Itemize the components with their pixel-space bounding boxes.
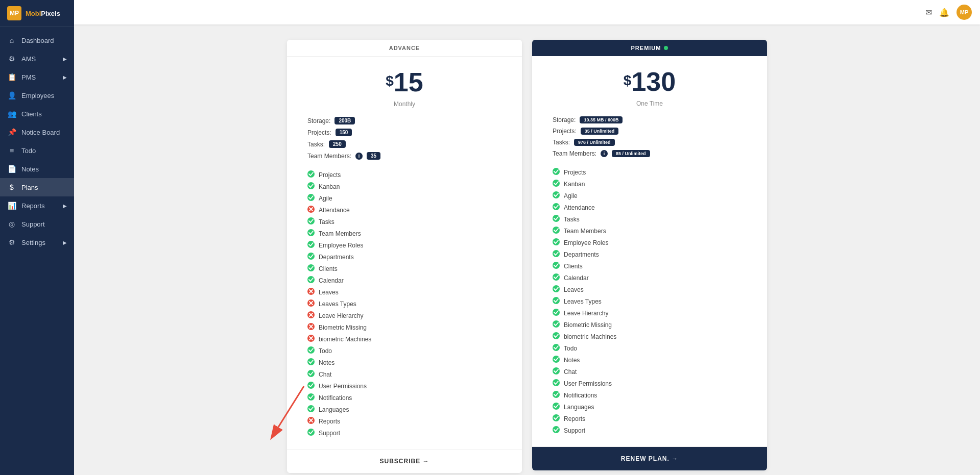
renew-button[interactable]: RENEW PLAN. →: [532, 447, 767, 470]
avatar[interactable]: MP: [957, 5, 972, 20]
plan-footer-premium: RENEW PLAN. →: [532, 446, 767, 470]
feature-label: Kanban: [564, 181, 585, 188]
feature-label: Languages: [564, 404, 594, 411]
svg-point-39: [553, 191, 560, 198]
stat-badge: 10.35 MB / 600B: [580, 116, 623, 123]
stat-badge: 976 / Unlimited: [574, 139, 615, 146]
sidebar-label-settings: Settings: [21, 239, 45, 246]
check-icon: [553, 367, 560, 376]
sidebar-item-dashboard[interactable]: ⌂ Dashboard: [0, 31, 74, 49]
feature-item: Todo: [553, 342, 747, 354]
check-icon: [553, 426, 560, 435]
feature-label: Reports: [319, 418, 340, 425]
plan-card-advance: ADVANCE$ 15Monthly Storage: 200B Project…: [287, 40, 522, 473]
sidebar-item-clients[interactable]: 👥 Clients: [0, 105, 74, 123]
mail-icon[interactable]: ✉: [925, 8, 932, 17]
feature-label: Projects: [564, 169, 586, 176]
check-icon: [553, 215, 560, 223]
check-icon: [553, 332, 560, 341]
check-icon: [553, 297, 560, 306]
svg-point-31: [307, 393, 315, 401]
svg-point-6: [307, 217, 315, 224]
svg-point-2: [307, 194, 315, 201]
sidebar-item-ams[interactable]: ⚙ AMS ▶: [0, 49, 74, 68]
svg-point-56: [553, 391, 560, 398]
check-icon: [307, 405, 315, 414]
feature-item: Todo: [307, 345, 501, 357]
check-icon: [307, 182, 315, 191]
ams-icon: ⚙: [7, 55, 16, 63]
feature-label: Biometric Missing: [564, 321, 612, 329]
plan-header-premium: PREMIUM: [532, 40, 767, 56]
svg-point-40: [553, 203, 560, 210]
sidebar-item-pms[interactable]: 📋 PMS ▶: [0, 68, 74, 86]
header-right: ✉ 🔔 MP: [925, 5, 972, 20]
feature-item: Agile: [553, 190, 747, 202]
feature-item: Chat: [553, 366, 747, 378]
check-icon: [553, 344, 560, 353]
feature-label: Notes: [319, 359, 334, 366]
sidebar-item-settings[interactable]: ⚙ Settings ▶: [0, 233, 74, 252]
feature-label: Projects: [319, 171, 341, 179]
dollar-sign-premium: $: [624, 72, 632, 89]
stat-label: Storage:: [553, 116, 576, 123]
bell-icon[interactable]: 🔔: [939, 8, 949, 17]
stat-row: Tasks: 976 / Unlimited: [553, 139, 747, 146]
sidebar-label-support: Support: [21, 220, 45, 228]
feature-item: Attendance: [553, 202, 747, 213]
check-icon: [553, 227, 560, 235]
feature-item: Team Members: [307, 228, 501, 239]
plan-price-advance: $ 15: [307, 67, 501, 97]
sidebar-item-reports[interactable]: 📊 Reports ▶: [0, 196, 74, 215]
check-icon: [307, 229, 315, 238]
sidebar-item-support[interactable]: ◎ Support: [0, 215, 74, 233]
check-icon: [553, 203, 560, 212]
stat-row: Team Members: i 35: [307, 152, 501, 160]
sidebar-item-employees[interactable]: 👤 Employees: [0, 86, 74, 105]
feature-item: biometric Machines: [307, 333, 501, 345]
settings-icon: ⚙: [7, 238, 16, 246]
feature-label: Notifications: [564, 392, 597, 399]
plan-price-premium: $ 130: [553, 66, 747, 97]
subscribe-button[interactable]: SUBSCRIBE →: [287, 449, 522, 473]
stat-badge: 200B: [334, 117, 355, 124]
feature-item: Kanban: [553, 178, 747, 190]
sidebar: MP MobiPixels ⌂ Dashboard ⚙ AMS ▶ 📋 PMS …: [0, 0, 74, 475]
stat-row: Team Members: i 85 / Unlimited: [553, 150, 747, 157]
feature-label: Attendance: [564, 204, 595, 211]
feature-item: Leaves: [553, 284, 747, 295]
stat-label: Tasks:: [553, 139, 570, 146]
svg-point-42: [553, 227, 560, 234]
check-icon: [307, 264, 315, 273]
sidebar-label-ams: AMS: [21, 55, 36, 63]
sidebar-nav: ⌂ Dashboard ⚙ AMS ▶ 📋 PMS ▶ 👤 Employees …: [0, 27, 74, 465]
content-area: ADVANCE$ 15Monthly Storage: 200B Project…: [74, 24, 980, 475]
svg-point-55: [553, 379, 560, 386]
plan-period-premium: One Time: [553, 100, 747, 107]
feature-label: Leaves Types: [319, 301, 356, 308]
feature-item: Agile: [307, 192, 501, 204]
feature-item: Tasks: [307, 216, 501, 228]
svg-point-9: [307, 253, 315, 260]
sidebar-item-plans[interactable]: $ Plans: [0, 178, 74, 196]
svg-point-54: [553, 367, 560, 374]
feature-label: Leave Hierarchy: [564, 310, 608, 317]
check-icon: [553, 356, 560, 364]
cross-icon: [307, 335, 315, 343]
feature-label: Todo: [564, 345, 577, 352]
clients-icon: 👥: [7, 110, 16, 118]
feature-label: Attendance: [319, 207, 350, 214]
check-icon: [307, 217, 315, 226]
stat-label: Team Members:: [307, 153, 351, 160]
feature-label: User Permissions: [564, 380, 612, 387]
employees-icon: 👤: [7, 91, 16, 99]
sidebar-item-notes[interactable]: 📄 Notes: [0, 160, 74, 178]
logo-icon: MP: [7, 6, 21, 20]
stat-label: Team Members:: [553, 150, 596, 157]
plan-stats-advance: Storage: 200B Projects: 150 Tasks: 250 T…: [307, 117, 501, 160]
feature-item: Languages: [553, 401, 747, 413]
sidebar-item-todo[interactable]: ≡ Todo: [0, 141, 74, 160]
sidebar-item-notice-board[interactable]: 📌 Notice Board: [0, 123, 74, 141]
svg-point-44: [553, 250, 560, 257]
cross-icon: [307, 206, 315, 214]
